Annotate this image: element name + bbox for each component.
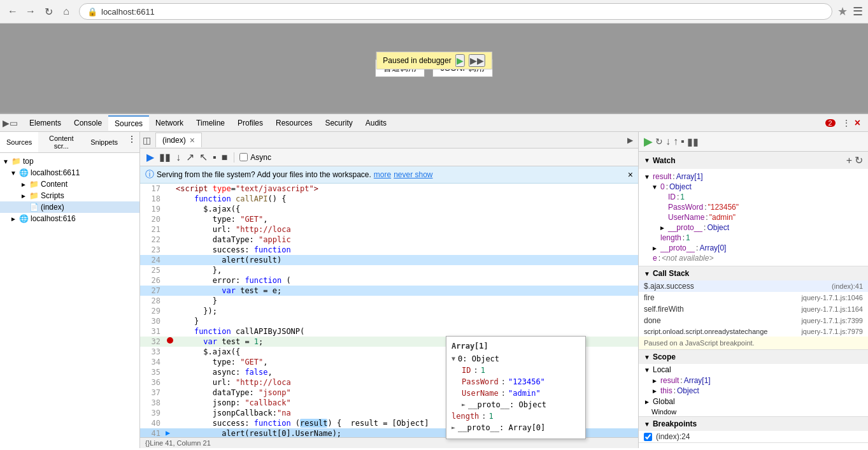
scope-global-window: Window [639,407,868,416]
debugger-play-button[interactable]: ▶ [455,54,465,67]
debugger-skip-button[interactable]: ▶▶ [469,54,485,67]
debugger-toolbar: ▶ ▮▮ ↓ ↗ ↖ ▪ ■ Async [140,149,638,166]
tab-profiles[interactable]: Profiles [231,116,269,130]
code-line-17: 17 <script type="text/javascript"> [140,184,638,194]
code-line-27: 27 var test = e; [140,286,638,296]
debugger-resume-button[interactable]: ▶ [145,150,155,164]
async-checkbox-wrapper[interactable]: Async [239,153,271,162]
sources-subtab-sources[interactable]: Sources [0,132,38,152]
scope-toggle: ▼ [644,354,650,361]
debugger-pause-button[interactable]: ▮▮ [158,150,172,164]
scope-local-result[interactable]: ► result:Array[1] [639,375,868,386]
right-disable-btn[interactable]: ▮▮ [687,136,699,148]
info-close-button[interactable]: × [628,170,633,180]
code-line-28: 28 } [140,296,638,306]
call-stack-item-0[interactable]: $.ajax.success (index):41 [639,280,868,292]
forward-button[interactable]: → [23,4,38,19]
tab-resources[interactable]: Resources [269,116,318,130]
call-stack-item-1[interactable]: fire jquery-1.7.1.js:1046 [639,292,868,303]
right-step-out-btn[interactable]: ↑ [673,136,678,147]
code-file-tab-index[interactable]: (index) × [155,133,202,147]
home-button[interactable]: ⌂ [59,4,74,19]
toolbar-separator [234,152,234,163]
tab-timeline[interactable]: Timeline [190,116,231,130]
tree-item-top[interactable]: ▼ 📁 top [0,156,139,167]
call-stack-content: $.ajax.success (index):41 fire jquery-1.… [639,280,868,337]
sources-subtab-snippets[interactable]: Snippets [84,132,124,152]
async-checkbox[interactable] [239,153,248,161]
watch-content: ▼ result:Array[1] ▼ 0:Object ID:1 PassWo… [639,169,868,266]
code-split-button[interactable]: ◫ [143,135,151,145]
debugger-step-over-button[interactable]: ↓ [174,150,182,164]
devtools: ▶ ▭ Elements Console Sources Network Tim… [0,113,868,448]
tree-item-index[interactable]: 📄 (index) [0,201,139,213]
debugger-disable-button[interactable]: ■ [220,150,229,164]
tab-security[interactable]: Security [318,116,359,130]
scope-header[interactable]: ▼ Scope [639,350,868,364]
call-stack-header[interactable]: ▼ Call Stack [639,266,868,280]
tooltip-item-proto-arr[interactable]: ► __proto__: Array[0] [452,422,580,433]
reload-button[interactable]: ↻ [41,4,56,19]
watch-result[interactable]: ▼ result:Array[1] [644,171,863,182]
tab-network[interactable]: Network [149,116,190,130]
info-icon: ⓘ [145,169,154,180]
devtools-device-button[interactable]: ▭ [10,118,18,128]
sources-subtab-content[interactable]: Content scr... [38,132,84,152]
tab-elements[interactable]: Elements [23,116,68,130]
watch-section: ▼ Watch + ↻ ▼ result:Array[1] ▼ 0:Object [639,152,868,266]
right-deactivate-btn[interactable]: ▪ [681,136,685,147]
devtools-more-button[interactable]: ⋮ [842,118,851,128]
tree-item-scripts[interactable]: ► 📁 Scripts [0,190,139,201]
right-step-into-btn[interactable]: ↓ [665,136,671,147]
back-button[interactable]: ← [5,4,20,19]
tree-item-localhost6611[interactable]: ▼ 🌐 localhost:6611 [0,167,139,178]
tree-item-localhost616[interactable]: ► 🌐 localhost:616 [0,213,139,224]
watch-result-0-proto[interactable]: ► __proto__:Object [644,222,863,233]
breakpoints-content: (index):24 [639,431,868,442]
info-text: Serving from the file system? Add your f… [157,170,371,179]
scope-global[interactable]: ► Global [639,396,868,407]
code-line-30: 30 } [140,316,638,326]
watch-actions: + ↻ [846,154,863,166]
call-stack-item-4[interactable]: script.onload.script.onreadystatechange … [639,326,868,337]
breakpoints-header[interactable]: ▼ Breakpoints [639,417,868,431]
devtools-inspect-button[interactable]: ▶ [3,118,10,128]
debugger-step-into-button[interactable]: ↗ [185,150,196,164]
call-stack-item-3[interactable]: done jquery-1.7.1.js:7399 [639,315,868,326]
debugger-step-out-button[interactable]: ↖ [198,150,209,164]
code-line-20: 20 type: "GET", [140,214,638,224]
devtools-close-button[interactable]: × [855,117,860,129]
scope-local-this[interactable]: ► this:Object [639,386,868,396]
devtools-body: Sources Content scr... Snippets ⋮ ▼ 📁 to… [0,132,868,448]
code-line-25: 25 }, [140,265,638,275]
info-never-link[interactable]: never show [394,170,432,179]
scope-local[interactable]: ▼ Local [639,364,868,375]
right-skip-button[interactable]: ↻ [655,136,663,147]
watch-toggle: ▼ [644,157,650,164]
watch-result-0[interactable]: ▼ 0:Object [644,182,863,192]
code-format-button[interactable]: ▶ [627,136,633,145]
tooltip-item-length: length: 1 [452,410,580,422]
info-more-link[interactable]: more [374,170,391,179]
debugger-deactivate-button[interactable]: ▪ [211,150,218,164]
tab-sources[interactable]: Sources [108,115,149,131]
tooltip-item-proto-obj[interactable]: ► __proto__: Object [452,399,580,410]
breakpoint-checkbox-0[interactable] [644,433,652,441]
call-stack-item-2[interactable]: self.fireWith jquery-1.7.1.js:1164 [639,303,868,315]
tab-console[interactable]: Console [68,116,108,130]
tree-item-content[interactable]: ► 📁 Content [0,178,139,190]
code-panel: ◫ (index) × ▶ ▶ ▮▮ ↓ ↗ ↖ ▪ ■ [140,132,639,448]
watch-result-proto[interactable]: ► __proto__:Array[0] [644,243,863,253]
info-bar: ⓘ Serving from the file system? Add your… [140,166,638,184]
watch-refresh-button[interactable]: ↻ [855,154,863,166]
watch-add-button[interactable]: + [846,154,852,166]
watch-section-header[interactable]: ▼ Watch + ↻ [639,152,868,169]
bookmark-button[interactable]: ★ [837,4,848,18]
tab-audits[interactable]: Audits [359,116,393,130]
menu-button[interactable]: ☰ [853,4,863,18]
tooltip-item-id: ID: 1 [452,365,580,376]
sources-subtab-more[interactable]: ⋮ [124,132,139,152]
address-bar[interactable]: 🔒 localhost:6611 [79,3,832,20]
right-resume-button[interactable]: ▶ [644,134,653,149]
file-tab-close[interactable]: × [190,135,195,145]
